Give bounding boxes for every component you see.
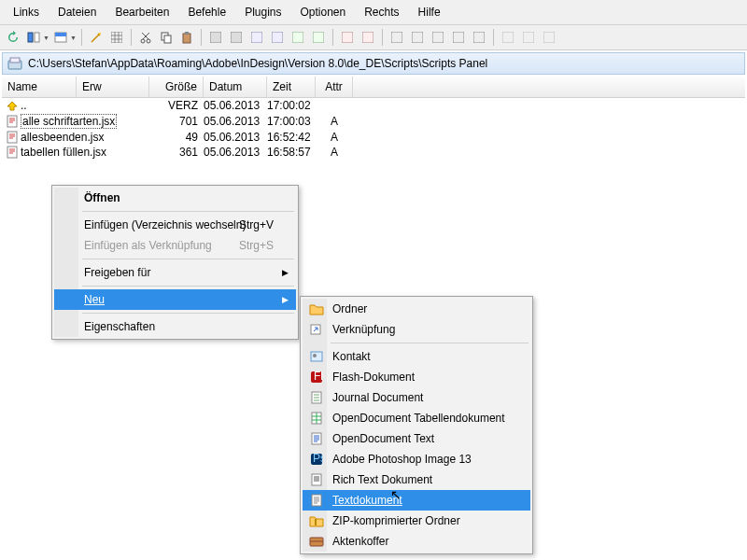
submenu-label: Ordner bbox=[332, 302, 367, 315]
svg-rect-40 bbox=[312, 433, 321, 444]
tool10-icon[interactable] bbox=[408, 28, 427, 47]
ctx-new[interactable]: Neu▶ bbox=[54, 289, 296, 310]
tool13-icon[interactable] bbox=[470, 28, 488, 47]
svg-rect-16 bbox=[292, 32, 303, 43]
new-contact[interactable]: Kontakt bbox=[303, 346, 530, 367]
refresh-icon[interactable] bbox=[4, 28, 22, 47]
header-name[interactable]: Name bbox=[2, 77, 77, 97]
ctx-paste-link: Einfügen als VerknüpfungStrg+S bbox=[54, 235, 296, 256]
menu-links[interactable]: Links bbox=[4, 2, 49, 22]
new-txt[interactable]: Textdokument bbox=[303, 490, 530, 511]
tool11-icon[interactable] bbox=[429, 28, 447, 47]
submenu-label: OpenDocument Tabellendokument bbox=[332, 412, 505, 425]
cell-groesse: 701 bbox=[149, 115, 204, 128]
wand-icon[interactable] bbox=[87, 28, 106, 47]
menu-dateien[interactable]: Dateien bbox=[49, 2, 106, 22]
header-attr[interactable]: Attr bbox=[316, 77, 353, 97]
svg-rect-15 bbox=[272, 32, 283, 43]
new-flash[interactable]: FlFlash-Dokument bbox=[303, 367, 530, 387]
cell-attr: A bbox=[316, 131, 353, 144]
ctx-properties[interactable]: Eigenschaften bbox=[54, 316, 296, 337]
cell-groesse: 49 bbox=[149, 131, 204, 144]
tool5-icon[interactable] bbox=[289, 28, 307, 47]
new-link[interactable]: Verknüpfung bbox=[303, 319, 530, 340]
tool8-icon[interactable] bbox=[359, 28, 377, 47]
copy-icon[interactable] bbox=[157, 28, 176, 47]
table-row[interactable]: allesbeenden.jsx4905.06.201316:52:42A bbox=[2, 130, 745, 145]
ctx-paste[interactable]: Einfügen (Verzeichnis wechseln)Strg+V bbox=[54, 215, 296, 235]
menu-befehle[interactable]: Befehle bbox=[178, 2, 235, 22]
svg-text:Fl: Fl bbox=[314, 371, 323, 383]
table-row[interactable]: tabellen füllen.jsx36105.06.201316:58:57… bbox=[2, 145, 745, 160]
submenu-label: Adobe Photoshop Image 13 bbox=[332, 453, 472, 466]
new-rtf[interactable]: Rich Text Dokument bbox=[303, 469, 530, 490]
svg-rect-11 bbox=[185, 32, 189, 35]
table-row[interactable]: alle schriftarten.jsx70105.06.201317:00:… bbox=[2, 113, 745, 130]
tool16-icon[interactable] bbox=[540, 28, 558, 47]
menu-rechts[interactable]: Rechts bbox=[355, 2, 408, 22]
svg-rect-25 bbox=[502, 32, 514, 43]
svg-rect-13 bbox=[231, 32, 242, 43]
file-name: allesbeenden.jsx bbox=[21, 131, 104, 144]
svg-rect-19 bbox=[362, 32, 374, 43]
svg-rect-32 bbox=[7, 147, 17, 158]
new-journal[interactable]: Journal Document bbox=[303, 387, 530, 408]
svg-rect-21 bbox=[412, 32, 423, 43]
svg-point-7 bbox=[147, 39, 150, 43]
new-ods[interactable]: OpenDocument Tabellendokument bbox=[303, 408, 530, 428]
ctx-share[interactable]: Freigeben für▶ bbox=[54, 262, 296, 283]
file-name: .. bbox=[21, 99, 27, 112]
menu-plugins[interactable]: Plugins bbox=[235, 2, 290, 22]
mode-a-icon[interactable] bbox=[24, 28, 43, 47]
menu-bearbeiten[interactable]: Bearbeiten bbox=[106, 2, 178, 22]
tool15-icon[interactable] bbox=[519, 28, 538, 47]
new-zip[interactable]: ZIP-komprimierter Ordner bbox=[303, 511, 530, 531]
tool7-icon[interactable] bbox=[338, 28, 357, 47]
column-headers[interactable]: Name Erw Größe Datum Zeit Attr bbox=[2, 77, 745, 98]
header-datum[interactable]: Datum bbox=[204, 77, 267, 97]
menu-hilfe[interactable]: Hilfe bbox=[409, 2, 450, 22]
zip-icon bbox=[308, 513, 325, 528]
ctx-open[interactable]: Öffnen bbox=[54, 188, 296, 208]
grid-icon[interactable] bbox=[107, 28, 126, 47]
new-folder[interactable]: Ordner bbox=[303, 299, 530, 319]
tool3-icon[interactable] bbox=[247, 28, 266, 47]
tool9-icon[interactable] bbox=[388, 28, 406, 47]
link-icon bbox=[308, 322, 325, 337]
header-groesse[interactable]: Größe bbox=[149, 77, 204, 97]
header-zeit[interactable]: Zeit bbox=[267, 77, 316, 97]
submenu-label: Aktenkoffer bbox=[332, 535, 388, 548]
brief-icon bbox=[308, 534, 325, 549]
svg-rect-5 bbox=[111, 32, 122, 43]
tool2-icon[interactable] bbox=[227, 28, 246, 47]
mode-b-icon[interactable] bbox=[51, 28, 70, 47]
menu-optionen[interactable]: Optionen bbox=[291, 2, 356, 22]
new-brief[interactable]: Aktenkoffer bbox=[303, 531, 530, 552]
svg-point-35 bbox=[313, 354, 317, 357]
new-odt[interactable]: OpenDocument Text bbox=[303, 428, 530, 449]
tool4-icon[interactable] bbox=[268, 28, 287, 47]
svg-text:Ps: Ps bbox=[313, 453, 323, 465]
header-erw[interactable]: Erw bbox=[77, 77, 149, 97]
path-bar[interactable]: C:\Users\Stefan\AppData\Roaming\Adobe\In… bbox=[2, 52, 745, 75]
svg-rect-43 bbox=[312, 474, 321, 485]
cell-zeit: 17:00:02 bbox=[267, 99, 316, 112]
tool1-icon[interactable] bbox=[206, 28, 225, 47]
submenu-label: Kontakt bbox=[332, 350, 371, 363]
new-ps[interactable]: PsAdobe Photoshop Image 13 bbox=[303, 449, 530, 469]
drive-icon bbox=[7, 56, 22, 71]
cell-datum: 05.06.2013 bbox=[204, 146, 267, 159]
tool6-icon[interactable] bbox=[309, 28, 328, 47]
table-row[interactable]: ..VERZ05.06.201317:00:02 bbox=[2, 98, 745, 113]
svg-rect-30 bbox=[7, 116, 17, 127]
paste-icon[interactable] bbox=[177, 28, 196, 47]
txt-icon bbox=[308, 493, 325, 508]
file-icon bbox=[6, 146, 19, 159]
toolbar: ▼ ▼ bbox=[0, 25, 747, 50]
tool12-icon[interactable] bbox=[449, 28, 468, 47]
svg-rect-9 bbox=[164, 35, 171, 43]
menubar: LinksDateienBearbeitenBefehlePluginsOpti… bbox=[0, 0, 747, 25]
tool14-icon[interactable] bbox=[499, 28, 517, 47]
submenu-label: Textdokument bbox=[332, 494, 402, 507]
cut-icon[interactable] bbox=[136, 28, 155, 47]
